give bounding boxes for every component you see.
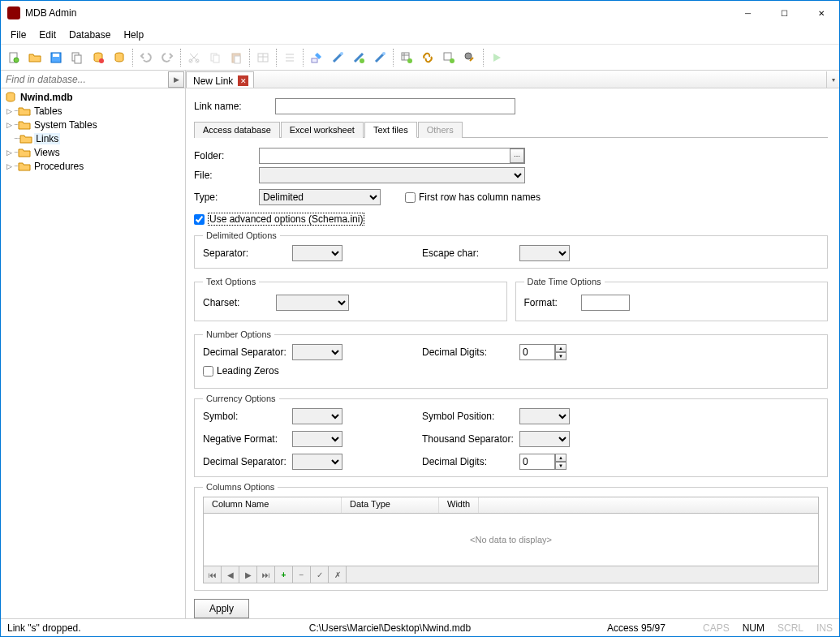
toolbar bbox=[1, 45, 839, 71]
folder-browse-button[interactable]: ⋯ bbox=[510, 148, 524, 163]
spin-down-button[interactable]: ▼ bbox=[555, 352, 566, 360]
grid-commit-button[interactable]: ✓ bbox=[311, 566, 329, 583]
close-button[interactable]: ✕ bbox=[803, 1, 839, 25]
negfmt-select[interactable] bbox=[292, 431, 342, 447]
columns-group: Columns Options Column Name Data Type Wi… bbox=[194, 482, 828, 591]
symbol-select[interactable] bbox=[292, 408, 342, 424]
grid-cancel-button[interactable]: ✗ bbox=[329, 566, 347, 583]
link-icon[interactable] bbox=[418, 48, 437, 67]
delete-db-icon[interactable] bbox=[88, 48, 108, 67]
wizard-add-icon[interactable] bbox=[349, 48, 368, 67]
type-select[interactable]: Delimited bbox=[259, 189, 381, 205]
copy-icon[interactable] bbox=[67, 48, 87, 67]
leading-zeros-checkbox[interactable]: Leading Zeros bbox=[203, 365, 819, 377]
status-engine: Access 95/97 bbox=[601, 622, 672, 634]
spin-down-button[interactable]: ▼ bbox=[555, 462, 566, 470]
apply-button[interactable]: Apply bbox=[194, 599, 249, 618]
grid-prev-button[interactable]: ◀ bbox=[222, 566, 239, 583]
spin-up-button[interactable]: ▲ bbox=[555, 344, 566, 352]
sympos-label: Symbol Position: bbox=[422, 411, 519, 422]
undo-icon[interactable] bbox=[136, 48, 156, 67]
menu-help[interactable]: Help bbox=[117, 27, 150, 43]
wizard-stick1-icon[interactable] bbox=[328, 48, 347, 67]
col-name-header[interactable]: Column Name bbox=[204, 497, 342, 513]
cur-decsep-select[interactable] bbox=[292, 454, 342, 470]
currency-group: Currency Options Symbol: Symbol Position… bbox=[194, 394, 828, 477]
folder-icon bbox=[18, 146, 31, 159]
expand-icon[interactable]: ▷ bbox=[4, 121, 14, 129]
open-file-icon[interactable] bbox=[25, 48, 45, 67]
first-row-checkbox[interactable]: First row has column names bbox=[405, 192, 541, 203]
maximize-button[interactable]: ☐ bbox=[766, 1, 803, 25]
folder-icon bbox=[18, 160, 31, 173]
list-icon[interactable] bbox=[280, 48, 299, 67]
menu-file[interactable]: File bbox=[4, 27, 32, 43]
subtab-others: Others bbox=[418, 122, 463, 138]
grid-delete-button[interactable]: − bbox=[293, 566, 311, 583]
wizard-stick2-icon[interactable] bbox=[370, 48, 390, 67]
gear-link-icon[interactable] bbox=[460, 48, 480, 67]
expand-icon[interactable]: ▷ bbox=[4, 162, 14, 170]
folder-icon bbox=[18, 105, 31, 118]
expand-icon[interactable]: ▷ bbox=[4, 107, 14, 115]
grid-next-button[interactable]: ▶ bbox=[239, 566, 257, 583]
thsep-select[interactable] bbox=[519, 431, 570, 447]
grid-add-icon[interactable] bbox=[397, 48, 416, 67]
tree-item-tables[interactable]: ▷ ···· Tables bbox=[4, 104, 182, 118]
grid-add2-icon[interactable] bbox=[439, 48, 459, 67]
copy2-icon[interactable] bbox=[205, 48, 225, 67]
advanced-checkbox[interactable]: Use advanced options (Schema.ini) bbox=[194, 213, 828, 226]
tree-item-system-tables[interactable]: ▷ ···· System Tables bbox=[4, 118, 182, 131]
play-icon[interactable] bbox=[487, 48, 506, 67]
link-name-input[interactable] bbox=[275, 98, 515, 114]
redo-icon[interactable] bbox=[157, 48, 177, 67]
columns-grid[interactable]: Column Name Data Type Width <No data to … bbox=[203, 497, 819, 583]
subtab-text[interactable]: Text files bbox=[364, 122, 417, 138]
col-type-header[interactable]: Data Type bbox=[342, 497, 439, 513]
search-input[interactable] bbox=[1, 72, 168, 87]
tree-item-procedures[interactable]: ▷ ···· Procedures bbox=[4, 159, 182, 173]
num-decsep-select[interactable] bbox=[292, 344, 342, 360]
file-select[interactable] bbox=[259, 167, 525, 183]
tab-list-button[interactable]: ▾ bbox=[826, 71, 839, 88]
subtab-access[interactable]: Access database bbox=[194, 122, 280, 138]
charset-select[interactable] bbox=[276, 295, 349, 311]
wizard-blue-icon[interactable] bbox=[307, 48, 326, 67]
grid-last-button[interactable]: ⏭ bbox=[257, 566, 275, 583]
spin-up-button[interactable]: ▲ bbox=[555, 454, 566, 462]
menu-database[interactable]: Database bbox=[62, 27, 117, 43]
new-file-icon[interactable] bbox=[4, 48, 24, 67]
svg-rect-29 bbox=[444, 53, 451, 60]
status-num: NUM bbox=[736, 622, 771, 634]
minimize-button[interactable]: ─ bbox=[730, 1, 766, 25]
tab-close-icon[interactable]: ✕ bbox=[238, 75, 248, 86]
menu-edit[interactable]: Edit bbox=[32, 27, 62, 43]
cur-decdig-input[interactable] bbox=[519, 454, 555, 470]
col-width-header[interactable]: Width bbox=[439, 497, 479, 513]
negfmt-label: Negative Format: bbox=[203, 433, 292, 445]
chevron-right-icon: ▶ bbox=[174, 75, 179, 84]
search-go-button[interactable]: ▶ bbox=[168, 71, 184, 88]
tree-item-views[interactable]: ▷ ···· Views bbox=[4, 145, 182, 159]
separator-select[interactable] bbox=[292, 245, 342, 261]
save-icon[interactable] bbox=[46, 48, 66, 67]
cut-icon[interactable] bbox=[184, 48, 204, 67]
subtab-excel[interactable]: Excel worksheet bbox=[281, 122, 364, 138]
tab-new-link[interactable]: New Link ✕ bbox=[186, 71, 254, 88]
escape-select[interactable] bbox=[519, 245, 570, 261]
tree-item-links[interactable]: ······ Links bbox=[4, 131, 182, 145]
compact-db-icon[interactable] bbox=[110, 48, 129, 67]
num-decdig-input[interactable] bbox=[519, 344, 555, 360]
grid-first-button[interactable]: ⏮ bbox=[204, 566, 222, 583]
delimited-group: Delimited Options Separator: Escape char… bbox=[194, 230, 828, 269]
subtabs: Access database Excel worksheet Text fil… bbox=[194, 121, 828, 138]
paste-icon[interactable] bbox=[226, 48, 246, 67]
folder-input[interactable] bbox=[259, 148, 525, 164]
sympos-select[interactable] bbox=[519, 408, 570, 424]
expand-icon[interactable]: ▷ bbox=[4, 148, 14, 157]
db-tree[interactable]: Nwind.mdb ▷ ···· Tables ▷ ···· System Ta… bbox=[1, 88, 185, 618]
format-input[interactable] bbox=[581, 295, 630, 311]
tree-root[interactable]: Nwind.mdb bbox=[4, 90, 182, 104]
table-icon[interactable] bbox=[253, 48, 273, 67]
grid-add-button[interactable]: + bbox=[275, 566, 293, 583]
